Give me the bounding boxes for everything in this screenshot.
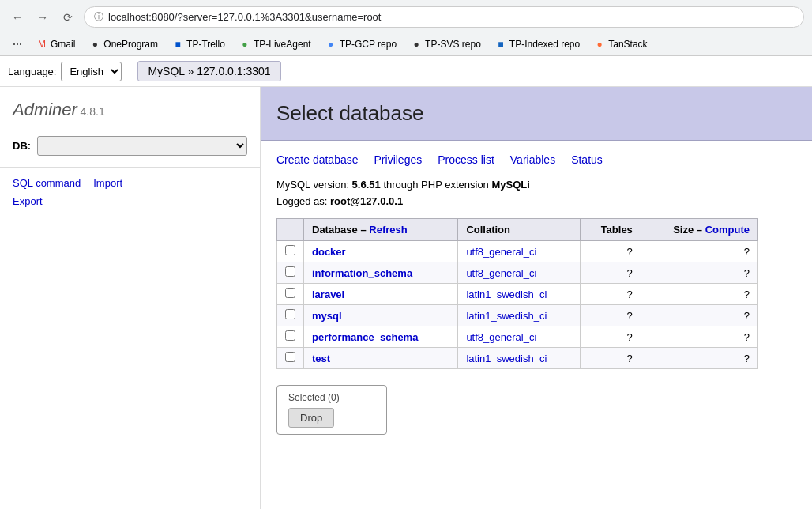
bookmark-gcp[interactable]: ● TP-GCP repo — [321, 36, 401, 52]
content-body: Create database Privileges Process list … — [261, 141, 812, 447]
privileges-link[interactable]: Privileges — [374, 153, 423, 166]
logged-as-user: root@127.0.0.1 — [330, 195, 403, 207]
tables-count: ? — [580, 241, 641, 262]
lock-icon: ⓘ — [94, 10, 103, 24]
db-select[interactable] — [37, 136, 247, 156]
bookmarks-bar: ⋯ M Gmail ● OneProgram ■ TP-Trello ● TP-… — [0, 34, 812, 55]
collation-link[interactable]: utf8_general_ci — [466, 267, 536, 279]
tanstack-icon: ● — [594, 39, 605, 50]
compute-link[interactable]: Compute — [705, 224, 750, 236]
bookmark-indexed[interactable]: ■ TP-Indexed repo — [491, 36, 585, 52]
db-name-link[interactable]: laravel — [312, 289, 344, 300]
bookmark-trello[interactable]: ■ TP-Trello — [167, 36, 230, 52]
sidebar-top: Adminer 4.8.1 — [0, 87, 260, 128]
gmail-icon: M — [36, 39, 47, 50]
import-link[interactable]: Import — [93, 177, 122, 189]
svs-icon: ● — [411, 39, 422, 50]
back-button[interactable]: ← — [8, 8, 27, 27]
browser-nav: ← → ⟳ ⓘ localhost:8080/?server=127.0.0.1… — [0, 0, 812, 34]
variables-link[interactable]: Variables — [510, 153, 555, 166]
logged-as-line: Logged as: root@127.0.0.1 — [276, 195, 796, 207]
size-value: ? — [641, 326, 757, 348]
tables-count: ? — [580, 326, 641, 348]
breadcrumb: MySQL » 127.0.0.1:3301 — [137, 61, 280, 81]
row-checkbox[interactable] — [285, 352, 295, 362]
sidebar-divider — [0, 167, 260, 168]
collation-link[interactable]: latin1_swedish_ci — [466, 353, 547, 364]
refresh-link[interactable]: Refresh — [369, 224, 407, 236]
bookmark-oneprog-label: OneProgram — [103, 39, 158, 50]
apps-button[interactable]: ⋯ — [8, 36, 27, 52]
bookmark-svs[interactable]: ● TP-SVS repo — [406, 36, 486, 52]
bookmark-liveagent-label: TP-LiveAgent — [254, 39, 311, 50]
header-collation: Collation — [458, 219, 581, 241]
table-row: laravellatin1_swedish_ci?? — [277, 284, 758, 305]
indexed-icon: ■ — [495, 39, 506, 50]
apps-icon: ⋯ — [13, 39, 22, 50]
bookmark-liveagent[interactable]: ● TP-LiveAgent — [235, 36, 316, 52]
bookmark-gmail[interactable]: M Gmail — [32, 36, 80, 52]
selected-box: Selected (0) Drop — [276, 385, 387, 435]
collation-link[interactable]: latin1_swedish_ci — [466, 310, 547, 322]
sql-command-link[interactable]: SQL command — [13, 177, 81, 189]
table-row: information_schemautf8_general_ci?? — [277, 262, 758, 284]
db-name-link[interactable]: test — [312, 353, 330, 364]
sidebar: Adminer 4.8.1 DB: SQL command Import Exp… — [0, 87, 261, 509]
bookmark-tanstack-label: TanStack — [608, 39, 647, 50]
bookmark-gmail-label: Gmail — [51, 39, 75, 50]
mysql-version-line: MySQL version: 5.6.51 through PHP extens… — [276, 179, 796, 191]
bookmark-svs-label: TP-SVS repo — [425, 39, 481, 50]
address-bar[interactable]: ⓘ localhost:8080/?server=127.0.0.1%3A330… — [84, 6, 804, 28]
forward-button[interactable]: → — [33, 8, 52, 27]
collation-link[interactable]: latin1_swedish_ci — [466, 289, 547, 300]
bookmark-oneprog[interactable]: ● OneProgram — [85, 36, 163, 52]
bookmark-indexed-label: TP-Indexed repo — [509, 39, 580, 50]
tables-count: ? — [580, 262, 641, 284]
url-text: localhost:8080/?server=127.0.0.1%3A3301&… — [108, 11, 381, 23]
tables-count: ? — [580, 305, 641, 326]
create-database-link[interactable]: Create database — [276, 153, 359, 166]
language-select[interactable]: English — [61, 62, 122, 81]
mysql-version-number: 5.6.51 — [352, 179, 381, 191]
db-name-link[interactable]: docker — [312, 246, 346, 258]
drop-button[interactable]: Drop — [288, 408, 334, 428]
liveagent-icon: ● — [239, 39, 250, 50]
table-row: dockerutf8_general_ci?? — [277, 241, 758, 262]
status-link[interactable]: Status — [571, 153, 603, 166]
db-name-link[interactable]: mysql — [312, 310, 342, 322]
collation-link[interactable]: utf8_general_ci — [466, 246, 536, 258]
row-checkbox[interactable] — [285, 330, 295, 341]
size-value: ? — [641, 262, 757, 284]
table-row: performance_schemautf8_general_ci?? — [277, 326, 758, 348]
row-checkbox[interactable] — [285, 245, 295, 255]
main-layout: Adminer 4.8.1 DB: SQL command Import Exp… — [0, 87, 812, 509]
size-value: ? — [641, 241, 757, 262]
action-links: Create database Privileges Process list … — [276, 153, 796, 166]
header-checkbox — [277, 219, 304, 241]
bookmark-tanstack[interactable]: ● TanStack — [589, 36, 652, 52]
db-name-link[interactable]: information_schema — [312, 267, 412, 279]
size-value: ? — [641, 284, 757, 305]
db-label: DB: — [13, 140, 31, 152]
collation-link[interactable]: utf8_general_ci — [466, 331, 536, 343]
row-checkbox[interactable] — [285, 266, 295, 277]
reload-button[interactable]: ⟳ — [58, 8, 77, 27]
row-checkbox[interactable] — [285, 309, 295, 319]
mysql-version-suffix: through PHP extension — [381, 179, 492, 191]
page-title-bar: Select database — [261, 87, 812, 141]
sidebar-links: SQL command Import — [0, 171, 260, 195]
table-row: testlatin1_swedish_ci?? — [277, 348, 758, 369]
selected-legend: Selected (0) — [288, 392, 375, 403]
tables-count: ? — [580, 284, 641, 305]
row-checkbox[interactable] — [285, 288, 295, 298]
main-content: Select database Create database Privileg… — [261, 87, 812, 509]
database-table: Database – Refresh Collation Tables Size… — [276, 218, 758, 369]
mysql-ext: MySQLi — [491, 179, 529, 191]
app-header: Language: English MySQL » 127.0.0.1:3301 — [0, 56, 812, 87]
size-value: ? — [641, 305, 757, 326]
db-name-link[interactable]: performance_schema — [312, 331, 418, 343]
export-link[interactable]: Export — [13, 195, 43, 207]
bookmark-gcp-label: TP-GCP repo — [340, 39, 397, 50]
db-row: DB: — [0, 128, 260, 164]
process-list-link[interactable]: Process list — [438, 153, 494, 166]
